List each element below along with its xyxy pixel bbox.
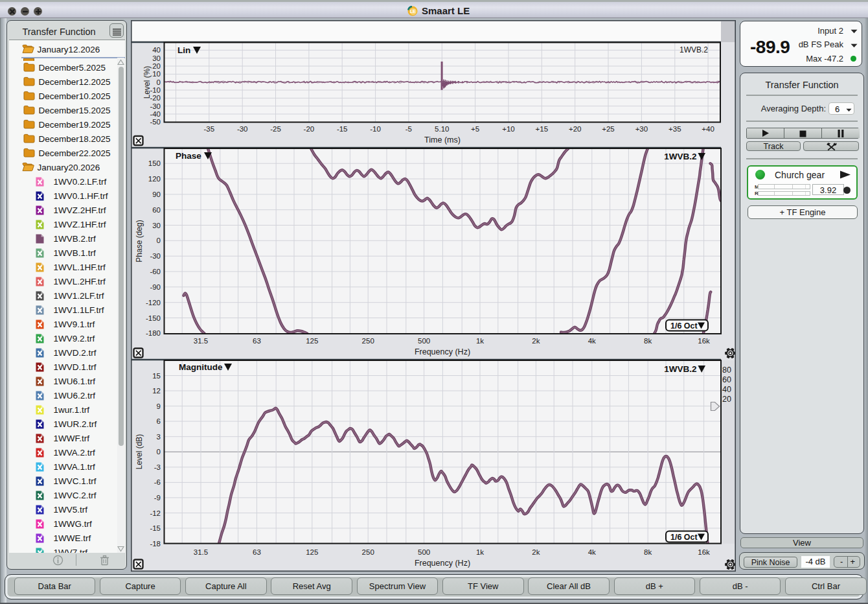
svg-text:Time (ms): Time (ms): [424, 135, 461, 145]
svg-text:20: 20: [152, 62, 161, 70]
svg-text:60: 60: [722, 375, 731, 384]
svg-text:-60: -60: [150, 268, 161, 275]
svg-text:-15: -15: [337, 125, 348, 133]
svg-text:+30: +30: [635, 125, 648, 133]
svg-text:63: 63: [253, 337, 261, 345]
svg-text:16k: 16k: [698, 337, 710, 345]
svg-text:1WVB.2: 1WVB.2: [680, 45, 708, 54]
svg-text:1/6 Oct: 1/6 Oct: [670, 321, 698, 331]
svg-text:3: 3: [157, 433, 161, 441]
svg-text:2k: 2k: [532, 337, 540, 345]
svg-text:-5: -5: [405, 125, 412, 133]
svg-text:+20: +20: [569, 125, 582, 133]
svg-text:+40: +40: [702, 125, 714, 133]
svg-text:Lin: Lin: [177, 45, 190, 55]
svg-text:-25: -25: [270, 125, 281, 133]
svg-text:-30: -30: [150, 252, 161, 260]
svg-text:-9: -9: [154, 494, 161, 502]
svg-text:-20: -20: [304, 125, 315, 133]
svg-text:30: 30: [152, 54, 161, 62]
svg-text:-10: -10: [370, 125, 381, 133]
svg-text:12: 12: [152, 387, 161, 395]
svg-text:30: 30: [152, 222, 161, 229]
svg-text:125: 125: [306, 548, 318, 556]
svg-text:1k: 1k: [476, 337, 484, 345]
svg-text:63: 63: [253, 548, 261, 556]
svg-text:-120: -120: [146, 299, 161, 307]
svg-text:9: 9: [157, 402, 161, 410]
svg-text:40: 40: [722, 385, 731, 394]
svg-text:Level (dB): Level (dB): [135, 434, 144, 470]
svg-text:60: 60: [152, 206, 161, 214]
svg-text:0: 0: [157, 237, 161, 244]
svg-text:1/6 Oct: 1/6 Oct: [670, 533, 698, 542]
svg-text:-15: -15: [150, 524, 161, 532]
svg-text:Phase: Phase: [176, 151, 201, 161]
svg-text:-180: -180: [146, 329, 161, 337]
svg-text:-50: -50: [150, 118, 161, 126]
svg-text:Level (%): Level (%): [143, 66, 152, 99]
svg-text:-40: -40: [150, 110, 161, 118]
svg-text:5.10: 5.10: [435, 125, 449, 133]
svg-text:150: 150: [148, 159, 161, 167]
svg-text:15: 15: [152, 372, 161, 380]
svg-text:20: 20: [722, 395, 731, 404]
svg-text:-3: -3: [154, 463, 161, 471]
svg-text:0: 0: [157, 448, 161, 456]
svg-text:2k: 2k: [532, 548, 540, 556]
svg-text:250: 250: [362, 337, 374, 345]
svg-text:-90: -90: [150, 283, 161, 291]
svg-text:125: 125: [306, 337, 318, 345]
svg-text:90: 90: [152, 191, 161, 198]
svg-text:80: 80: [722, 366, 731, 375]
svg-text:+35: +35: [668, 125, 681, 133]
svg-text:-6: -6: [154, 478, 161, 486]
svg-text:500: 500: [418, 337, 430, 345]
svg-text:Phase (deg): Phase (deg): [135, 220, 144, 262]
svg-text:500: 500: [418, 548, 430, 556]
svg-text:LE: LE: [410, 9, 416, 14]
svg-text:6: 6: [157, 417, 161, 425]
svg-text:250: 250: [362, 548, 374, 556]
svg-text:+25: +25: [602, 125, 615, 133]
svg-text:8k: 8k: [644, 337, 652, 345]
svg-text:-30: -30: [150, 102, 161, 110]
svg-text:31.5: 31.5: [194, 337, 208, 345]
svg-text:1k: 1k: [476, 548, 484, 556]
svg-text:-30: -30: [237, 125, 248, 133]
svg-text:-35: -35: [203, 125, 214, 133]
svg-text:+10: +10: [502, 125, 515, 133]
svg-text:1WVB.2: 1WVB.2: [664, 364, 696, 374]
svg-text:Frequency (Hz): Frequency (Hz): [415, 347, 470, 356]
svg-text:-150: -150: [146, 314, 161, 322]
svg-text:1WVB.2: 1WVB.2: [664, 152, 696, 161]
svg-text:40: 40: [152, 46, 161, 54]
svg-text:4k: 4k: [588, 337, 596, 345]
svg-text:10: 10: [152, 70, 161, 78]
svg-text:31.5: 31.5: [194, 548, 208, 556]
svg-text:4k: 4k: [588, 548, 596, 556]
svg-text:+15: +15: [536, 125, 549, 133]
svg-text:Magnitude: Magnitude: [179, 362, 223, 372]
svg-text:8k: 8k: [644, 548, 652, 556]
svg-text:+5: +5: [471, 125, 479, 133]
svg-text:-18: -18: [150, 540, 161, 548]
svg-text:Frequency (Hz): Frequency (Hz): [415, 559, 470, 568]
svg-text:0: 0: [157, 78, 161, 86]
svg-text:120: 120: [148, 175, 161, 183]
svg-text:16k: 16k: [698, 548, 710, 556]
svg-text:-12: -12: [150, 509, 161, 517]
